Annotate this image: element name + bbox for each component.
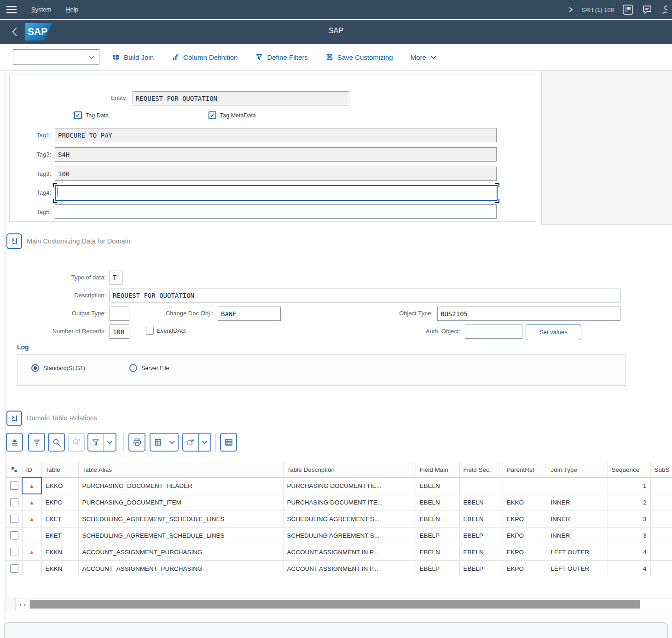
column-definition-button[interactable]: Column Definition: [171, 53, 238, 61]
cell-subs[interactable]: [650, 510, 672, 527]
column-header-id[interactable]: ID: [22, 462, 41, 477]
cell-field-main[interactable]: EBELN: [416, 544, 459, 560]
cell-parentrel[interactable]: EKPO: [503, 527, 547, 544]
column-header-table[interactable]: Table: [41, 462, 78, 477]
row-select-checkbox[interactable]: [6, 560, 22, 577]
tag4-field[interactable]: [55, 185, 498, 201]
cell-alias[interactable]: SCHEDULING_AGREEMENT_SCHEDULE_LINES: [78, 510, 283, 527]
cell-id[interactable]: [22, 527, 41, 544]
menu-help[interactable]: Help: [66, 6, 78, 13]
cell-field-main[interactable]: EBELN: [416, 494, 459, 510]
cell-sequence[interactable]: 2: [608, 494, 650, 510]
cell-table[interactable]: EKET: [41, 527, 78, 544]
cell-description[interactable]: SCHEDULING AGREEMENT S...: [283, 510, 416, 527]
cell-description[interactable]: ACCOUNT ASSIGNMENT IN P...: [283, 544, 416, 560]
cell-join-type[interactable]: [547, 477, 608, 494]
object-type-field[interactable]: [437, 307, 620, 321]
cell-id[interactable]: [22, 560, 41, 577]
scrollbar-thumb[interactable]: [30, 600, 640, 609]
cell-field-sec[interactable]: EBELP: [459, 560, 503, 577]
column-header-subs[interactable]: SubS: [650, 462, 672, 477]
tag5-field[interactable]: [55, 204, 497, 219]
event-id-act-checkbox[interactable]: [146, 327, 154, 335]
cell-alias[interactable]: ACCOUNT_ASSIGNMENT_PURCHASING: [78, 544, 283, 560]
tag2-field[interactable]: [55, 147, 497, 162]
cell-subs[interactable]: [650, 560, 672, 577]
cell-table[interactable]: EKKO: [41, 477, 78, 494]
cell-join-type[interactable]: INNER: [547, 527, 608, 544]
cell-field-sec[interactable]: EBELP: [459, 527, 503, 544]
tag1-field[interactable]: [55, 128, 497, 142]
cell-alias[interactable]: PURCHASING_DOCUMENT_ITEM: [78, 494, 283, 510]
export-dropdown-arrow[interactable]: [166, 441, 178, 444]
cell-join-type[interactable]: LEFT OUTER: [547, 560, 608, 577]
log-standard-radio[interactable]: [31, 364, 39, 372]
cell-description[interactable]: ACCOUNT ASSIGNMENT IN P...: [283, 560, 416, 577]
print-button[interactable]: [128, 433, 145, 452]
sort-descending-button[interactable]: [28, 433, 45, 452]
expand-section-button[interactable]: [6, 411, 22, 426]
cell-sequence[interactable]: 3: [608, 527, 650, 544]
scroll-left-button[interactable]: ‹: [19, 601, 22, 608]
tag-metadata-checkbox[interactable]: ✓: [209, 111, 216, 119]
sort-ascending-button[interactable]: [6, 433, 23, 452]
cell-field-sec[interactable]: EBELN: [459, 544, 503, 560]
cell-table[interactable]: EKET: [41, 510, 78, 527]
cell-subs[interactable]: [650, 477, 672, 494]
change-doc-obj-field[interactable]: [218, 307, 281, 321]
cell-id[interactable]: ▲: [22, 510, 41, 527]
horizontal-scrollbar[interactable]: ‹ ›: [6, 598, 672, 610]
cell-parentrel[interactable]: EKPO: [503, 544, 547, 560]
cell-parentrel[interactable]: EKKO: [503, 494, 547, 510]
tag-data-checkbox[interactable]: ✓: [74, 111, 82, 119]
row-select-checkbox[interactable]: [6, 544, 22, 560]
cell-field-main[interactable]: EBELN: [416, 510, 459, 527]
scroll-right-button[interactable]: ›: [23, 601, 26, 608]
cell-subs[interactable]: [650, 544, 672, 560]
menu-system[interactable]: System: [31, 6, 51, 13]
cell-description[interactable]: SCHEDULING AGREEMENT S...: [283, 527, 416, 544]
find-button[interactable]: [48, 433, 65, 452]
column-header-sequence[interactable]: Sequence: [608, 462, 650, 477]
cell-description[interactable]: PURCHASING DOCUMENT HE...: [283, 477, 416, 494]
description-field[interactable]: [110, 289, 620, 302]
cell-parentrel[interactable]: EKPO: [503, 510, 547, 527]
cell-alias[interactable]: PURCHASING_DOCUMENT_HEADER: [78, 477, 283, 494]
entity-field[interactable]: [133, 91, 349, 105]
type-of-data-field[interactable]: [110, 271, 122, 284]
tag3-field[interactable]: [55, 167, 497, 181]
cell-alias[interactable]: SCHEDULING_AGREEMENT_SCHEDULE_LINES: [78, 527, 283, 544]
cell-subs[interactable]: [650, 494, 672, 510]
number-of-records-field[interactable]: [110, 325, 129, 339]
cell-description[interactable]: PURCHASING DOCUMENT ITE...: [283, 494, 416, 510]
cell-table[interactable]: EKKN: [41, 560, 78, 577]
filter-dropdown-arrow[interactable]: [104, 441, 116, 444]
expand-section-button[interactable]: [6, 233, 22, 249]
cell-field-main[interactable]: EBELN: [416, 477, 459, 494]
gui-scripting-icon[interactable]: [622, 4, 633, 15]
auth-object-field[interactable]: [465, 325, 522, 339]
more-button[interactable]: More: [411, 53, 437, 61]
user-icon[interactable]: [661, 4, 667, 15]
export-button[interactable]: [150, 433, 179, 452]
cell-id[interactable]: ▲: [22, 494, 41, 510]
save-customizing-button[interactable]: Save Customizing: [325, 53, 393, 61]
cell-field-main[interactable]: EBELP: [416, 560, 459, 577]
cell-table[interactable]: EKKN: [41, 544, 78, 560]
table-settings-button[interactable]: [220, 433, 237, 452]
cell-join-type[interactable]: INNER: [547, 494, 608, 510]
cell-parentrel[interactable]: [503, 477, 547, 494]
cell-parentrel[interactable]: EKPO: [503, 560, 547, 577]
hamburger-menu-icon[interactable]: [6, 6, 17, 13]
cell-id[interactable]: ▲: [22, 477, 41, 494]
row-select-checkbox[interactable]: [6, 510, 22, 527]
cell-field-sec[interactable]: [459, 477, 503, 494]
column-header-description[interactable]: Table Description: [283, 462, 416, 477]
cell-sequence[interactable]: 4: [608, 560, 650, 577]
column-header-field-main[interactable]: Field Main: [416, 462, 459, 477]
output-type-field[interactable]: [110, 307, 129, 321]
views-button[interactable]: [182, 433, 211, 452]
cell-subs[interactable]: [650, 527, 672, 544]
cell-sequence[interactable]: 1: [608, 477, 650, 494]
log-serverfile-radio[interactable]: [129, 364, 137, 372]
